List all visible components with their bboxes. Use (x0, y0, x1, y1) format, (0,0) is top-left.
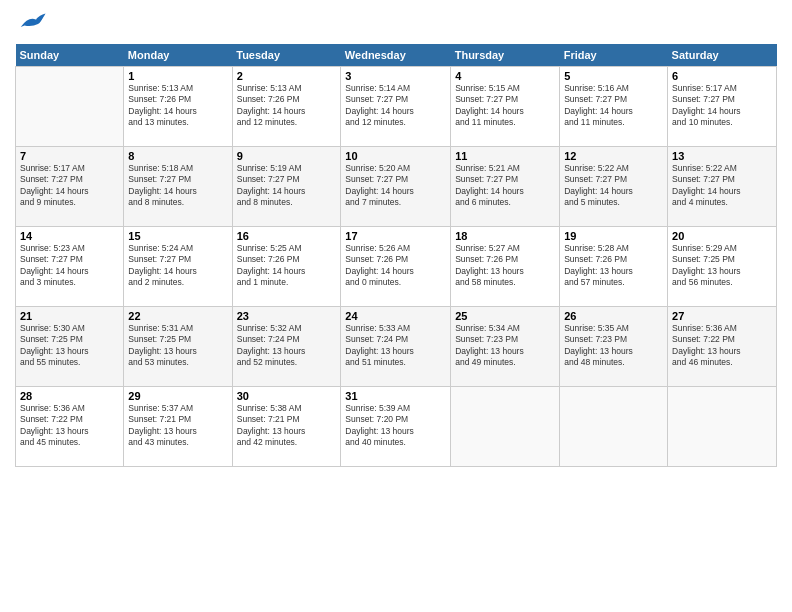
day-cell: 2Sunrise: 5:13 AM Sunset: 7:26 PM Daylig… (232, 67, 341, 147)
day-number: 24 (345, 310, 446, 322)
day-info: Sunrise: 5:23 AM Sunset: 7:27 PM Dayligh… (20, 243, 119, 289)
day-cell: 19Sunrise: 5:28 AM Sunset: 7:26 PM Dayli… (560, 227, 668, 307)
calendar-table: SundayMondayTuesdayWednesdayThursdayFrid… (15, 44, 777, 467)
day-info: Sunrise: 5:22 AM Sunset: 7:27 PM Dayligh… (564, 163, 663, 209)
day-number: 25 (455, 310, 555, 322)
day-number: 27 (672, 310, 772, 322)
day-cell: 31Sunrise: 5:39 AM Sunset: 7:20 PM Dayli… (341, 387, 451, 467)
day-number: 16 (237, 230, 337, 242)
day-number: 18 (455, 230, 555, 242)
day-cell: 22Sunrise: 5:31 AM Sunset: 7:25 PM Dayli… (124, 307, 232, 387)
day-info: Sunrise: 5:21 AM Sunset: 7:27 PM Dayligh… (455, 163, 555, 209)
day-info: Sunrise: 5:35 AM Sunset: 7:23 PM Dayligh… (564, 323, 663, 369)
day-cell: 24Sunrise: 5:33 AM Sunset: 7:24 PM Dayli… (341, 307, 451, 387)
day-info: Sunrise: 5:15 AM Sunset: 7:27 PM Dayligh… (455, 83, 555, 129)
day-cell: 9Sunrise: 5:19 AM Sunset: 7:27 PM Daylig… (232, 147, 341, 227)
day-info: Sunrise: 5:38 AM Sunset: 7:21 PM Dayligh… (237, 403, 337, 449)
week-row-4: 21Sunrise: 5:30 AM Sunset: 7:25 PM Dayli… (16, 307, 777, 387)
day-cell: 17Sunrise: 5:26 AM Sunset: 7:26 PM Dayli… (341, 227, 451, 307)
day-cell: 25Sunrise: 5:34 AM Sunset: 7:23 PM Dayli… (451, 307, 560, 387)
day-number: 31 (345, 390, 446, 402)
day-number: 26 (564, 310, 663, 322)
day-info: Sunrise: 5:26 AM Sunset: 7:26 PM Dayligh… (345, 243, 446, 289)
day-number: 10 (345, 150, 446, 162)
day-number: 1 (128, 70, 227, 82)
day-cell: 4Sunrise: 5:15 AM Sunset: 7:27 PM Daylig… (451, 67, 560, 147)
day-number: 11 (455, 150, 555, 162)
day-number: 13 (672, 150, 772, 162)
day-number: 2 (237, 70, 337, 82)
calendar-header-row: SundayMondayTuesdayWednesdayThursdayFrid… (16, 44, 777, 67)
week-row-3: 14Sunrise: 5:23 AM Sunset: 7:27 PM Dayli… (16, 227, 777, 307)
day-info: Sunrise: 5:25 AM Sunset: 7:26 PM Dayligh… (237, 243, 337, 289)
day-number: 8 (128, 150, 227, 162)
day-cell: 10Sunrise: 5:20 AM Sunset: 7:27 PM Dayli… (341, 147, 451, 227)
col-header-thursday: Thursday (451, 44, 560, 67)
day-cell: 29Sunrise: 5:37 AM Sunset: 7:21 PM Dayli… (124, 387, 232, 467)
col-header-saturday: Saturday (668, 44, 777, 67)
day-cell: 18Sunrise: 5:27 AM Sunset: 7:26 PM Dayli… (451, 227, 560, 307)
day-number: 17 (345, 230, 446, 242)
day-cell: 26Sunrise: 5:35 AM Sunset: 7:23 PM Dayli… (560, 307, 668, 387)
col-header-monday: Monday (124, 44, 232, 67)
day-info: Sunrise: 5:36 AM Sunset: 7:22 PM Dayligh… (20, 403, 119, 449)
day-info: Sunrise: 5:13 AM Sunset: 7:26 PM Dayligh… (128, 83, 227, 129)
day-info: Sunrise: 5:17 AM Sunset: 7:27 PM Dayligh… (20, 163, 119, 209)
day-info: Sunrise: 5:32 AM Sunset: 7:24 PM Dayligh… (237, 323, 337, 369)
day-cell: 27Sunrise: 5:36 AM Sunset: 7:22 PM Dayli… (668, 307, 777, 387)
col-header-tuesday: Tuesday (232, 44, 341, 67)
day-number: 9 (237, 150, 337, 162)
day-info: Sunrise: 5:22 AM Sunset: 7:27 PM Dayligh… (672, 163, 772, 209)
day-info: Sunrise: 5:13 AM Sunset: 7:26 PM Dayligh… (237, 83, 337, 129)
day-number: 15 (128, 230, 227, 242)
day-info: Sunrise: 5:36 AM Sunset: 7:22 PM Dayligh… (672, 323, 772, 369)
day-info: Sunrise: 5:31 AM Sunset: 7:25 PM Dayligh… (128, 323, 227, 369)
day-number: 21 (20, 310, 119, 322)
day-cell: 6Sunrise: 5:17 AM Sunset: 7:27 PM Daylig… (668, 67, 777, 147)
col-header-friday: Friday (560, 44, 668, 67)
day-info: Sunrise: 5:24 AM Sunset: 7:27 PM Dayligh… (128, 243, 227, 289)
col-header-wednesday: Wednesday (341, 44, 451, 67)
page: SundayMondayTuesdayWednesdayThursdayFrid… (0, 0, 792, 612)
day-cell: 5Sunrise: 5:16 AM Sunset: 7:27 PM Daylig… (560, 67, 668, 147)
day-cell: 7Sunrise: 5:17 AM Sunset: 7:27 PM Daylig… (16, 147, 124, 227)
day-cell: 16Sunrise: 5:25 AM Sunset: 7:26 PM Dayli… (232, 227, 341, 307)
day-info: Sunrise: 5:18 AM Sunset: 7:27 PM Dayligh… (128, 163, 227, 209)
day-info: Sunrise: 5:20 AM Sunset: 7:27 PM Dayligh… (345, 163, 446, 209)
day-cell (16, 67, 124, 147)
day-cell: 11Sunrise: 5:21 AM Sunset: 7:27 PM Dayli… (451, 147, 560, 227)
day-number: 30 (237, 390, 337, 402)
week-row-5: 28Sunrise: 5:36 AM Sunset: 7:22 PM Dayli… (16, 387, 777, 467)
day-number: 14 (20, 230, 119, 242)
day-cell: 28Sunrise: 5:36 AM Sunset: 7:22 PM Dayli… (16, 387, 124, 467)
day-cell: 13Sunrise: 5:22 AM Sunset: 7:27 PM Dayli… (668, 147, 777, 227)
day-info: Sunrise: 5:16 AM Sunset: 7:27 PM Dayligh… (564, 83, 663, 129)
day-number: 22 (128, 310, 227, 322)
day-info: Sunrise: 5:29 AM Sunset: 7:25 PM Dayligh… (672, 243, 772, 289)
day-info: Sunrise: 5:37 AM Sunset: 7:21 PM Dayligh… (128, 403, 227, 449)
day-cell: 30Sunrise: 5:38 AM Sunset: 7:21 PM Dayli… (232, 387, 341, 467)
header (15, 10, 777, 36)
logo (15, 10, 47, 36)
day-number: 29 (128, 390, 227, 402)
col-header-sunday: Sunday (16, 44, 124, 67)
day-cell: 12Sunrise: 5:22 AM Sunset: 7:27 PM Dayli… (560, 147, 668, 227)
day-cell: 8Sunrise: 5:18 AM Sunset: 7:27 PM Daylig… (124, 147, 232, 227)
day-info: Sunrise: 5:19 AM Sunset: 7:27 PM Dayligh… (237, 163, 337, 209)
day-cell: 15Sunrise: 5:24 AM Sunset: 7:27 PM Dayli… (124, 227, 232, 307)
day-number: 3 (345, 70, 446, 82)
day-info: Sunrise: 5:30 AM Sunset: 7:25 PM Dayligh… (20, 323, 119, 369)
week-row-2: 7Sunrise: 5:17 AM Sunset: 7:27 PM Daylig… (16, 147, 777, 227)
day-info: Sunrise: 5:39 AM Sunset: 7:20 PM Dayligh… (345, 403, 446, 449)
day-number: 12 (564, 150, 663, 162)
day-info: Sunrise: 5:34 AM Sunset: 7:23 PM Dayligh… (455, 323, 555, 369)
day-number: 6 (672, 70, 772, 82)
day-number: 23 (237, 310, 337, 322)
day-number: 4 (455, 70, 555, 82)
day-cell: 23Sunrise: 5:32 AM Sunset: 7:24 PM Dayli… (232, 307, 341, 387)
day-cell: 3Sunrise: 5:14 AM Sunset: 7:27 PM Daylig… (341, 67, 451, 147)
day-cell: 20Sunrise: 5:29 AM Sunset: 7:25 PM Dayli… (668, 227, 777, 307)
day-cell (668, 387, 777, 467)
day-info: Sunrise: 5:17 AM Sunset: 7:27 PM Dayligh… (672, 83, 772, 129)
logo-bird-icon (17, 10, 47, 32)
